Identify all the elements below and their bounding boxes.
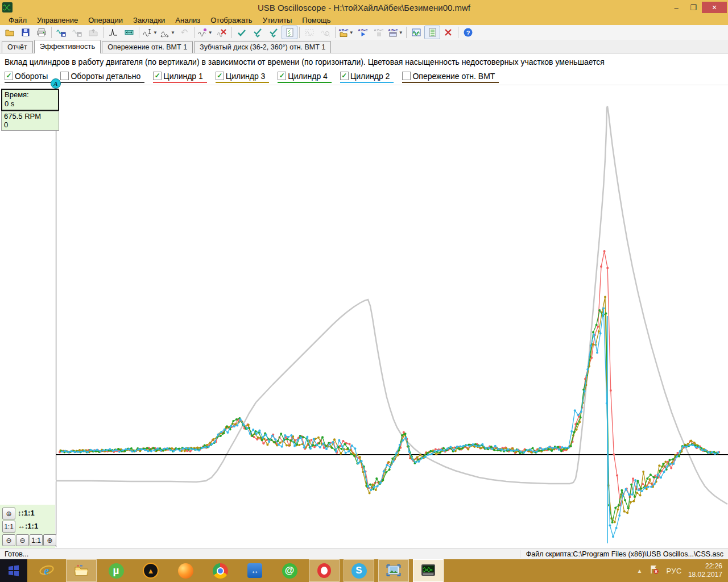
tray-expand-icon[interactable]: ▲ [636,568,642,574]
taskbar-app-internet-explorer[interactable]: e [31,559,62,582]
apply-check-icon [237,27,247,38]
legend-item-Цилиндр 1[interactable]: ✓Цилиндр 1 [153,72,207,83]
taskbar-app-firefox[interactable] [170,559,201,582]
menu-Управление[interactable]: Управление [32,16,83,24]
restore-button[interactable]: ❐ [685,2,702,13]
help-icon: ? [463,27,473,38]
dropdown-arrow-icon[interactable]: ▼ [349,30,354,35]
clock[interactable]: 22:26 18.02.2017 [688,562,722,579]
legend-checkbox[interactable]: ✓ [5,72,13,80]
marker-a-badge[interactable]: A [51,78,61,89]
legend-item-Цилиндр 2[interactable]: ✓Цилиндр 2 [340,72,394,83]
chart-window-button[interactable] [408,26,424,39]
taskbar-app-teamviewer[interactable]: ↔ [239,559,270,582]
save-waveform-button[interactable] [53,26,69,39]
menu-Отображать[interactable]: Отображать [205,16,257,24]
legend-item-Обороты детально[interactable]: Обороты детально [60,72,144,83]
minimize-button[interactable]: – [668,2,685,13]
legend-checkbox[interactable]: ✓ [278,72,286,80]
help-button[interactable]: ? [460,26,476,39]
legend-checkbox[interactable] [60,72,69,80]
open-file-button[interactable] [2,26,18,39]
report-panel-button[interactable] [282,26,297,39]
save-file-button[interactable] [18,26,34,39]
toolbar-separator [51,27,52,38]
print-button[interactable] [34,26,49,39]
zoom-horizontal-icon [160,27,170,38]
taskbar-app-chrome[interactable] [205,559,235,582]
legend-checkbox[interactable]: ✓ [340,72,349,80]
legend-checkbox[interactable]: ✓ [153,72,162,80]
taskbar-app-photo-viewer[interactable] [378,559,409,582]
script-panel-button[interactable]: A:B+C▼ [387,26,404,39]
script-list-button[interactable] [424,26,440,39]
tab-1[interactable]: Эффективность [34,40,101,53]
reset-vertical-scale-button[interactable]: 1:1 [2,521,15,533]
legend-item-Обороты[interactable]: ✓Обороты [5,72,52,83]
start-button[interactable] [0,559,27,582]
zoom-in-horizontal-button[interactable]: ⊕ [43,534,56,546]
search-waveform-button[interactable] [317,26,333,39]
zoom-out-horizontal-button[interactable]: ⊖ [16,534,29,546]
menu-Закладки[interactable]: Закладки [128,16,170,24]
save-fragment-button[interactable] [69,26,85,39]
taskbar-app-skype[interactable]: S [344,559,374,582]
script-stop-button[interactable]: A:B+C [371,26,387,39]
undo-button[interactable]: ↶ [176,26,192,39]
legend-item-Опережение отн. ВМТ[interactable]: Опережение отн. ВМТ [402,72,499,83]
delete-all-button[interactable] [440,26,456,39]
svg-text:A:B+C: A:B+C [338,28,348,32]
zoom-out-vertical-button[interactable]: ⊖ [2,534,15,546]
legend-item-Цилиндр 4[interactable]: ✓Цилиндр 4 [278,72,332,83]
legend-checkbox[interactable]: ✓ [216,72,224,80]
apply-check-next-icon [253,27,263,38]
menu-Анализ[interactable]: Анализ [170,16,205,24]
dropdown-arrow-icon[interactable]: ▼ [208,30,213,35]
taskbar-app-mailru-agent[interactable]: @ [274,559,305,582]
horizontal-scale-label: ↔:1:1 [18,522,38,530]
tab-3[interactable]: Зубчатый диск (36-2, 360°) отн. ВМТ 1 [194,41,331,53]
legend-label: Цилиндр 4 [288,72,328,81]
view-mode-button[interactable]: ▼ [196,26,214,39]
zoom-vertical-button[interactable]: ▼ [141,26,159,39]
zoom-in-vertical-button[interactable]: ⊕ [2,508,15,519]
menu-Файл[interactable]: Файл [3,16,32,24]
apply-check-all-button[interactable] [266,26,282,39]
taskbar-app-usb-oscilloscope[interactable] [413,559,444,582]
measure-mode-button[interactable] [121,26,137,39]
export-waveform-button[interactable] [85,26,101,39]
apply-check-next-button[interactable] [250,26,266,39]
select-fragment-button[interactable] [301,26,317,39]
close-button[interactable]: × [702,2,727,13]
taskbar-app-opera[interactable] [309,559,340,582]
menu-Операции[interactable]: Операции [83,16,128,24]
toolbar-separator [458,27,458,38]
language-indicator[interactable]: РУС [666,567,682,575]
action-center-flag-icon[interactable] [648,564,660,577]
delete-fragment-button[interactable] [214,26,230,39]
taskbar-app-file-explorer[interactable] [66,559,97,582]
zoom-horizontal-button[interactable]: ▼ [159,26,176,39]
legend-checkbox[interactable] [402,72,411,80]
apply-check-button[interactable] [234,26,250,39]
export-waveform-icon [88,27,98,38]
chart-canvas[interactable] [0,85,728,548]
taskbar-app-utorrent[interactable]: µ [101,559,131,582]
taskbar-app-aimp[interactable]: ▲ [135,559,166,582]
time-label: Время: [5,90,56,99]
menu-bar: ФайлУправлениеОперацииЗакладкиАнализОтоб… [0,15,728,25]
impulse-mode-button[interactable] [105,26,121,39]
dropdown-arrow-icon[interactable]: ▼ [171,30,175,35]
script-open-button[interactable]: A:B+C▼ [337,26,355,39]
svg-text:A:B+C: A:B+C [374,28,383,32]
reset-horizontal-scale-button[interactable]: 1:1 [30,534,43,546]
tab-2[interactable]: Опережение отн. ВМТ 1 [102,41,193,53]
menu-Помощь[interactable]: Помощь [297,16,336,24]
tab-0[interactable]: Отчёт [2,41,33,53]
dropdown-arrow-icon[interactable]: ▼ [153,30,158,35]
legend-item-Цилиндр 3[interactable]: ✓Цилиндр 3 [216,72,270,83]
dropdown-arrow-icon[interactable]: ▼ [399,30,403,35]
rpm-readout: 675.5 RPM 0 [1,111,59,131]
script-run-button[interactable]: A:B+C [355,26,371,39]
menu-Утилиты[interactable]: Утилиты [258,16,297,24]
